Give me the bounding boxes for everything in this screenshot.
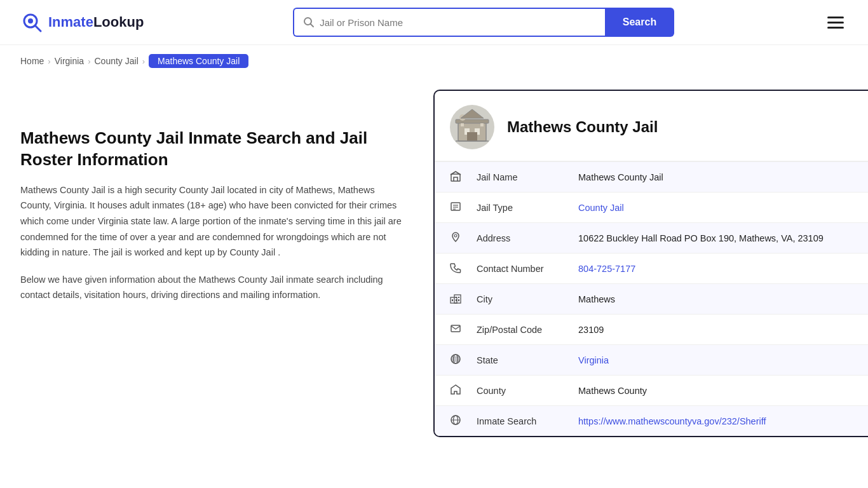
svg-line-1 (35, 25, 41, 31)
search-input-wrap (293, 8, 605, 37)
row-value: Mathews (563, 284, 868, 315)
jail-building-icon (453, 108, 491, 146)
row-label: Address (461, 223, 563, 254)
row-value: Mathews County (563, 376, 868, 406)
svg-rect-26 (456, 299, 457, 301)
table-row: Jail NameMathews County Jail (435, 162, 868, 193)
card-header: Mathews County Jail (435, 91, 868, 161)
table-row: Contact Number804-725-7177 (435, 254, 868, 284)
svg-rect-24 (456, 297, 457, 298)
svg-rect-6 (456, 119, 489, 123)
table-row: CountyMathews County (435, 376, 868, 406)
row-value[interactable]: County Jail (563, 193, 868, 223)
mail-icon (435, 315, 461, 345)
list-icon (435, 193, 461, 223)
page-description-1: Mathews County Jail is a high security C… (20, 182, 408, 261)
globe-icon (435, 345, 461, 376)
page-description-2: Below we have given information about th… (20, 272, 408, 303)
row-link[interactable]: https://www.mathewscountyva.gov/232/Sher… (578, 416, 766, 426)
phone-icon (435, 254, 461, 284)
search-icon (303, 17, 315, 28)
row-value[interactable]: https://www.mathewscountyva.gov/232/Sher… (563, 406, 868, 437)
row-label: State (461, 345, 563, 376)
row-value: 10622 Buckley Hall Road PO Box 190, Math… (563, 223, 868, 254)
left-panel: Mathews County Jail Inmate Search and Ja… (20, 90, 433, 303)
svg-rect-22 (454, 295, 461, 303)
svg-point-2 (28, 18, 33, 24)
row-value[interactable]: 804-725-7177 (563, 254, 868, 284)
menu-button[interactable] (824, 13, 848, 32)
table-row: StateVirginia (435, 345, 868, 376)
city-icon (435, 284, 461, 315)
row-link[interactable]: 804-725-7177 (578, 264, 635, 274)
breadcrumb-home[interactable]: Home (20, 56, 44, 66)
jail-avatar (450, 105, 494, 149)
row-label: Inmate Search (461, 406, 563, 437)
logo-text: InmateLookup (48, 14, 144, 30)
row-label: Contact Number (461, 254, 563, 284)
info-card: Mathews County Jail Jail NameMathews Cou… (433, 90, 868, 437)
svg-rect-23 (452, 299, 453, 301)
header: InmateLookup Search (0, 0, 868, 45)
card-jail-name: Mathews County Jail (507, 118, 658, 136)
table-row: Jail TypeCounty Jail (435, 193, 868, 223)
breadcrumb-sep2: › (88, 57, 90, 66)
svg-point-20 (454, 234, 457, 237)
row-label: County (461, 376, 563, 406)
svg-rect-13 (461, 123, 464, 126)
row-link[interactable]: Virginia (578, 355, 609, 365)
breadcrumb-sep1: › (48, 57, 50, 66)
row-label: City (461, 284, 563, 315)
row-value[interactable]: Virginia (563, 345, 868, 376)
row-link[interactable]: County Jail (578, 203, 624, 213)
row-value: Mathews County Jail (563, 162, 868, 193)
row-value: 23109 (563, 315, 868, 345)
svg-rect-9 (467, 132, 477, 141)
svg-line-4 (311, 24, 314, 27)
search-button[interactable]: Search (605, 8, 674, 37)
breadcrumb-sep3: › (142, 57, 145, 66)
logo-icon (20, 11, 43, 34)
svg-rect-27 (458, 299, 459, 301)
county-icon (435, 376, 461, 406)
breadcrumb-type[interactable]: County Jail (94, 56, 138, 66)
table-row: Inmate Searchhttps://www.mathewscountyva… (435, 406, 868, 437)
svg-rect-28 (451, 325, 460, 332)
search-bar: Search (293, 8, 674, 37)
logo[interactable]: InmateLookup (20, 11, 144, 34)
svg-marker-11 (461, 109, 484, 118)
row-label: Zip/Postal Code (461, 315, 563, 345)
building-icon (435, 162, 461, 193)
breadcrumb: Home › Virginia › County Jail › Mathews … (0, 45, 868, 77)
breadcrumb-state[interactable]: Virginia (55, 56, 84, 66)
table-row: Zip/Postal Code23109 (435, 315, 868, 345)
search-input[interactable] (320, 17, 596, 28)
row-label: Jail Name (461, 162, 563, 193)
row-label: Jail Type (461, 193, 563, 223)
svg-rect-25 (458, 297, 459, 298)
pin-icon (435, 223, 461, 254)
page-title: Mathews County Jail Inmate Search and Ja… (20, 128, 408, 171)
table-row: Address10622 Buckley Hall Road PO Box 19… (435, 223, 868, 254)
svg-rect-14 (480, 123, 484, 126)
main-content: Mathews County Jail Inmate Search and Ja… (0, 77, 868, 463)
info-table: Jail NameMathews County JailJail TypeCou… (435, 161, 868, 436)
globe2-icon (435, 406, 461, 437)
breadcrumb-active: Mathews County Jail (149, 54, 248, 68)
table-row: CityMathews (435, 284, 868, 315)
